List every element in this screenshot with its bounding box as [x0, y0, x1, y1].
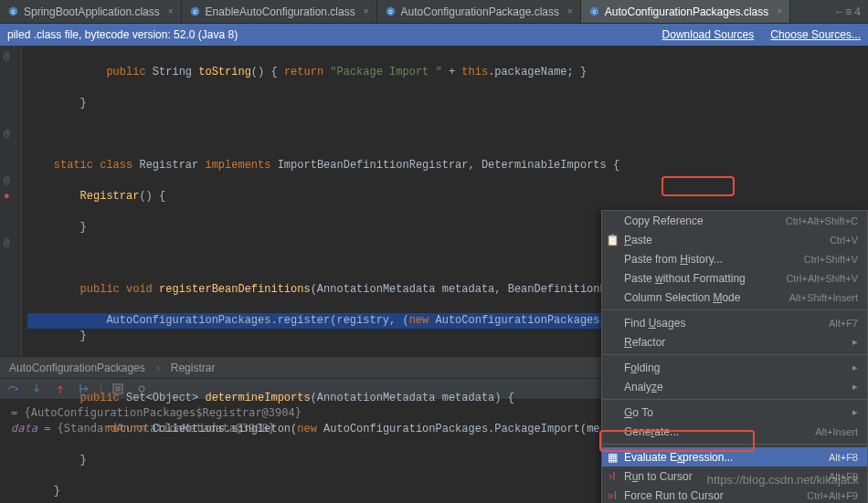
menu-separator [602, 399, 867, 400]
menu-separator [602, 444, 867, 445]
tab-enableautoconfig[interactable]: c EnableAutoConfiguration.class × [182, 0, 377, 23]
tab-label: AutoConfigurationPackages.class [605, 5, 768, 18]
class-file-icon: c [7, 5, 19, 17]
submenu-arrow-icon: ▸ [852, 381, 858, 393]
menu-find-usages[interactable]: Find UsagesAlt+F7 [602, 313, 867, 332]
watermark: https://blog.csdn.net/kikajack [707, 473, 859, 487]
svg-text:c: c [592, 7, 596, 16]
tab-overflow[interactable]: ←≡ 4 [827, 5, 868, 18]
menu-separator [602, 354, 867, 355]
menu-refactor[interactable]: Refactor▸ [602, 332, 867, 351]
menu-folding[interactable]: Folding▸ [602, 358, 867, 377]
menu-evaluate-expression[interactable]: ▦Evaluate Expression...Alt+F8 [602, 447, 867, 466]
download-sources-link[interactable]: Download Sources [662, 28, 755, 41]
override-icon: @ [4, 49, 10, 65]
tab-autoconfigpkg[interactable]: c AutoConfigurationPackage.class × [377, 0, 581, 23]
breakpoint-icon[interactable]: ● [4, 189, 10, 204]
menu-copy-reference[interactable]: Copy ReferenceCtrl+Alt+Shift+C [602, 211, 867, 230]
menu-paste[interactable]: 📋PasteCtrl+V [602, 230, 867, 249]
submenu-arrow-icon: ▸ [852, 362, 858, 373]
force-run-icon: »I [606, 489, 619, 502]
menu-generate[interactable]: Generate...Alt+Insert [602, 422, 867, 441]
svg-text:c: c [388, 7, 392, 16]
menu-paste-noformat[interactable]: Paste without FormattingCtrl+Alt+Shift+V [602, 268, 867, 288]
decompiled-banner: piled .class file, bytecode version: 52.… [0, 24, 868, 46]
class-file-icon: c [189, 5, 201, 17]
run-to-cursor-icon: ›I [606, 470, 619, 483]
menu-analyze[interactable]: Analyze▸ [602, 377, 867, 396]
editor-tabs: c SpringBootApplication.class × c Enable… [0, 0, 868, 24]
tab-label: AutoConfigurationPackage.class [401, 5, 559, 18]
menu-column-mode[interactable]: Column Selection ModeAlt+Shift+Insert [602, 288, 867, 307]
editor-context-menu: Copy ReferenceCtrl+Alt+Shift+C 📋PasteCtr… [601, 210, 868, 503]
step-over-icon[interactable] [5, 382, 20, 396]
override-icon: @ [4, 173, 10, 189]
close-icon[interactable]: × [777, 6, 782, 16]
menu-paste-history[interactable]: Paste from History...Ctrl+Shift+V [602, 249, 867, 268]
editor-gutter: @ @ @ ● @ [0, 46, 22, 356]
override-icon: @ [4, 127, 10, 142]
menu-goto[interactable]: Go To▸ [602, 403, 867, 422]
choose-sources-link[interactable]: Choose Sources... [770, 28, 861, 41]
tab-autoconfigpkgs[interactable]: c AutoConfigurationPackages.class × [581, 0, 790, 23]
close-icon[interactable]: × [168, 6, 174, 16]
class-file-icon: c [588, 5, 600, 17]
tab-label: SpringBootApplication.class [24, 5, 160, 18]
menu-separator [602, 309, 867, 310]
tab-label: EnableAutoConfiguration.class [206, 5, 355, 18]
svg-text:c: c [12, 7, 16, 16]
tab-springbootapp[interactable]: c SpringBootApplication.class × [0, 0, 182, 23]
override-icon: @ [4, 236, 10, 251]
submenu-arrow-icon: ▸ [852, 336, 858, 348]
class-file-icon: c [385, 5, 397, 17]
banner-text: piled .class file, bytecode version: 52.… [7, 28, 238, 41]
evaluate-icon: ▦ [606, 451, 619, 464]
paste-icon: 📋 [606, 234, 619, 246]
menu-force-run-to-cursor[interactable]: »IForce Run to CursorCtrl+Alt+F9 [602, 486, 867, 503]
submenu-arrow-icon: ▸ [852, 406, 858, 418]
close-icon[interactable]: × [567, 6, 573, 16]
svg-text:c: c [193, 7, 196, 16]
close-icon[interactable]: × [364, 6, 369, 16]
